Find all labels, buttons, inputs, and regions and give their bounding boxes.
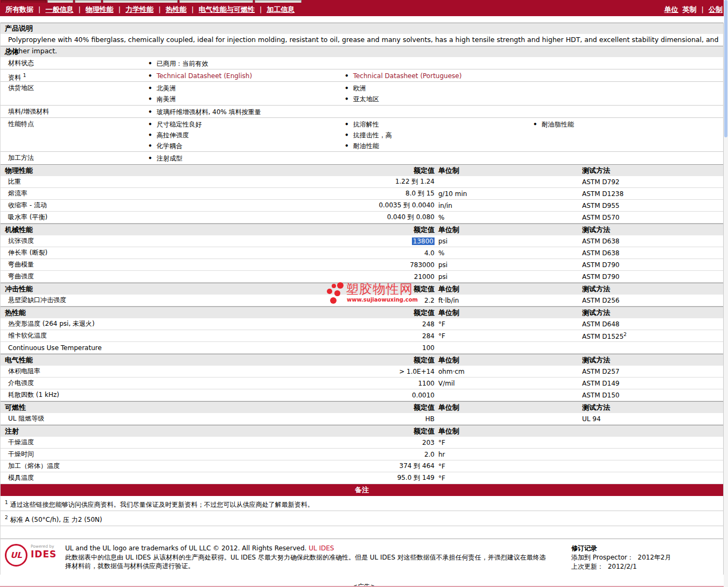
section-header-physical: 物理性能 额定值 单位制 测试方法	[1, 164, 723, 176]
col-header-unit-system: 单位制	[435, 308, 579, 318]
col-header-rated-value: 额定值	[327, 166, 435, 176]
tab-top-active[interactable]	[1, 0, 46, 3]
col-header-rated-value: 额定值	[327, 225, 435, 235]
scrollbar-thumb[interactable]	[724, 0, 727, 137]
selected-value-highlight[interactable]: 13800	[412, 237, 435, 245]
vertical-scrollbar[interactable]	[724, 0, 728, 587]
col-header-test-method: 测试方法	[579, 166, 723, 176]
product-description-text: Polypropylene with 40% fiberglass, chemi…	[1, 34, 723, 46]
row-value: 耐油性能	[353, 141, 379, 151]
property-row: 弯曲强度 21000 psi ASTM D790	[1, 271, 723, 283]
col-header-rated-value: 额定值	[327, 284, 435, 294]
row-value: 尺寸稳定性良好	[157, 119, 202, 130]
property-row: 伸长率 (断裂) 4.0 % ASTM D638	[1, 247, 723, 259]
tab-top[interactable]	[103, 0, 178, 3]
row-value: 化学耦合	[157, 141, 183, 151]
col-header-unit-system: 单位制	[435, 284, 579, 294]
row-value: 亚太地区	[353, 94, 379, 104]
property-row: 吸水率 (平衡) 0.040 到 0.080 % ASTM D570	[1, 212, 723, 223]
nav-tab-mechanical[interactable]: 力学性能	[125, 5, 153, 15]
property-row: 介电强度 1100 V/mil ASTM D149	[1, 378, 723, 389]
section-header-mechanical: 机械性能 额定值 单位制 测试方法	[1, 223, 723, 235]
property-row-tensile-strength: 抗张强度 13800 psi ASTM D638	[1, 235, 723, 247]
nav-tab-general-info[interactable]: 一般信息	[45, 5, 73, 15]
datasheet-link-english[interactable]: Technical Datasheet (English)	[157, 71, 252, 81]
tab-top[interactable]	[179, 0, 253, 3]
nav-separator	[192, 5, 194, 13]
unit-english-active[interactable]: 英制	[683, 5, 697, 15]
footnote-marker: 2	[624, 332, 627, 337]
row-value: 抗溶解性	[353, 119, 379, 130]
col-header-test-method: 测试方法	[579, 308, 723, 318]
top-navigation-bar: 所有数据 一般信息 物理性能 力学性能 热性能 电气性能与可燃性 加工信息 单位…	[0, 3, 728, 16]
col-header-unit-system: 单位制	[435, 427, 579, 436]
property-row: UL 阻燃等级 HB UL 94	[1, 413, 723, 425]
updated-date: 2012/2/1	[608, 563, 637, 570]
row-label: 性能特点	[1, 119, 146, 151]
property-row: 加工（熔体）温度 374 到 464 °F	[1, 460, 723, 472]
row-value: 欧洲	[353, 83, 366, 94]
row-value: 南美洲	[157, 94, 176, 104]
nav-separator	[158, 5, 160, 13]
col-header-rated-value: 额定值	[327, 355, 435, 365]
row-value: 已商用：当前有效	[157, 58, 208, 69]
col-header-unit-system: 单位制	[435, 166, 579, 176]
general-row-processing-method: 加工方法 注射成型	[1, 152, 723, 164]
unit-metric-link[interactable]: 公制	[709, 5, 723, 15]
revision-record: 修订记录 添加到 Prospector： 2012年2月 上次更新： 2012/…	[571, 544, 717, 571]
col-header-unit-system: 单位制	[435, 403, 579, 413]
nav-separator	[38, 5, 40, 13]
footnote-2: 2标准 A (50°C/h), 压 力2 (50N)	[1, 511, 723, 526]
tab-top[interactable]	[255, 0, 302, 3]
property-row: 悬壁梁缺口冲击强度 2.2 ft·lb/in ASTM D256	[1, 295, 723, 306]
section-header-impact: 冲击性能 额定值 单位制 测试方法	[1, 283, 723, 295]
row-value: 注射成型	[157, 153, 183, 164]
property-row: 比重 1.22 到 1.24 ASTM D792	[1, 176, 723, 188]
nav-tab-processing[interactable]: 加工信息	[267, 5, 295, 15]
section-header-injection: 注射 额定值 单位制	[1, 425, 723, 437]
col-header-test-method: 测试方法	[579, 284, 723, 294]
row-value: 高拉伸强度	[157, 130, 189, 141]
property-row: 收缩率 - 流动 0.0035 到 0.0040 in/in ASTM D955	[1, 200, 723, 212]
nav-tab-all-data[interactable]: 所有数据	[5, 5, 33, 15]
datasheet-link-portuguese[interactable]: Technical Datasheet (Portuguese)	[353, 71, 462, 81]
col-header-unit-system: 单位制	[435, 225, 579, 235]
tab-top[interactable]	[47, 0, 73, 3]
footnote-marker: 1	[5, 500, 8, 505]
nav-tab-thermal[interactable]: 热性能	[166, 5, 187, 15]
added-date: 2012年2月	[638, 554, 671, 561]
browser-tab-strip	[0, 0, 728, 3]
ides-logo: Powered by IDES	[31, 544, 65, 571]
footer-legal-text: UL and the UL logo are trademarks of UL …	[65, 544, 550, 571]
property-row: 热变形温度 (264 psi, 未退火) 248 °F ASTM D648	[1, 318, 723, 330]
row-label: 加工方法	[1, 153, 146, 164]
nav-separator	[118, 5, 121, 13]
col-header-rated-value: 额定值	[327, 403, 435, 413]
nav-tab-electrical-flammability[interactable]: 电气性能与可燃性	[199, 5, 255, 15]
nav-separator	[78, 5, 80, 13]
nav-separator	[702, 5, 704, 13]
property-row: 熔流率 8.0 到 15 g/10 min ASTM D1238	[1, 188, 723, 200]
row-value: 北美洲	[157, 83, 176, 94]
ul-ides-link[interactable]: UL IDES	[309, 544, 334, 552]
section-header-general: 总体	[1, 46, 723, 57]
row-value: 玻璃纤维增强材料, 40% 填料按重量	[157, 107, 261, 117]
units-switcher: 单位 英制 公制	[664, 5, 723, 15]
row-label: 填料/增强材料	[1, 107, 146, 117]
ad-placeholder: <广告>	[0, 575, 728, 587]
general-row-filler: 填料/增强材料 玻璃纤维增强材料, 40% 填料按重量	[1, 106, 723, 118]
section-header-electrical: 电气性能 额定值 单位制 测试方法	[1, 354, 723, 366]
footnote-marker: 1	[23, 73, 26, 78]
section-header-flammability: 可燃性 额定值 单位制 测试方法	[1, 401, 723, 413]
datasheet-content: 产品说明 Polypropylene with 40% fiberglass, …	[0, 23, 724, 575]
nav-tab-physical[interactable]: 物理性能	[86, 5, 114, 15]
footnote-1: 1通过这些链接您能够访问供应商资料。我们尽量保证及时更新资料；不过您可以从供应商…	[1, 496, 723, 511]
tab-top[interactable]	[75, 0, 101, 3]
units-label[interactable]: 单位	[664, 5, 678, 15]
property-row: 耗散因数 (1 kHz) 0.0010 ASTM D150	[1, 389, 723, 401]
col-header-test-method: 测试方法	[579, 225, 723, 235]
footnote-marker: 2	[5, 515, 8, 520]
col-header-rated-value: 额定值	[327, 427, 435, 436]
property-row: 体积电阻率 > 1.0E+14 ohm·cm ASTM D257	[1, 366, 723, 378]
row-label: 材料状态	[1, 58, 146, 69]
